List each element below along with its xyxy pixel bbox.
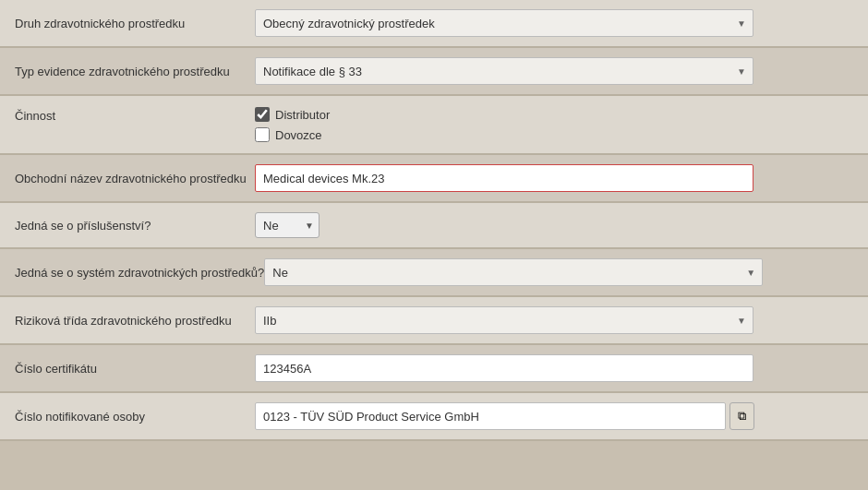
control-prislusenstvi: NeAno bbox=[255, 212, 853, 238]
form-row-system: Jedná se o systém zdravotnických prostře… bbox=[0, 249, 868, 297]
input-btn-wrapper-notifikovane: ⧉ bbox=[255, 402, 754, 430]
form-row-typ: Typ evidence zdravotnického prostředkuNo… bbox=[0, 48, 868, 96]
control-druh: Obecný zdravotnický prostředek bbox=[255, 9, 853, 37]
form-row-druh: Druh zdravotnického prostředkuObecný zdr… bbox=[0, 0, 868, 48]
select-wrapper-druh: Obecný zdravotnický prostředek bbox=[255, 9, 753, 37]
control-notifikovane: ⧉ bbox=[255, 402, 853, 430]
checkbox-distributor[interactable] bbox=[255, 107, 270, 122]
form-container: Druh zdravotnického prostředkuObecný zdr… bbox=[0, 0, 868, 441]
select-wrapper-system: NeAno bbox=[264, 258, 763, 286]
label-cinnost: Činnost bbox=[15, 107, 255, 123]
form-row-cinnost: ČinnostDistributorDovozce bbox=[0, 96, 868, 155]
control-certifikat bbox=[255, 354, 853, 382]
label-notifikovane: Číslo notifikované osoby bbox=[15, 410, 255, 424]
label-obchodni: Obchodní název zdravotnického prostředku bbox=[15, 172, 255, 185]
checkbox-label-distributor[interactable]: Distributor bbox=[255, 107, 330, 122]
form-row-notifikovane: Číslo notifikované osoby⧉ bbox=[0, 393, 868, 441]
label-certifikat: Číslo certifikátu bbox=[15, 362, 255, 376]
input-obchodni[interactable] bbox=[255, 164, 753, 192]
control-rizikova: IIbIIIaIII bbox=[255, 306, 853, 334]
form-row-certifikat: Číslo certifikátu bbox=[0, 345, 868, 393]
checkbox-text-dovozce: Dovozce bbox=[275, 128, 322, 142]
input-notifikovane[interactable] bbox=[255, 402, 726, 430]
input-certifikat[interactable] bbox=[255, 354, 753, 382]
checkbox-dovozce[interactable] bbox=[255, 127, 270, 142]
label-druh: Druh zdravotnického prostředku bbox=[15, 17, 255, 30]
control-system: NeAno bbox=[264, 258, 853, 286]
checkbox-group-cinnost: DistributorDovozce bbox=[255, 107, 330, 142]
form-row-prislusenstvi: Jedná se o příslušenství?NeAno bbox=[0, 203, 868, 249]
label-typ: Typ evidence zdravotnického prostředku bbox=[15, 65, 255, 78]
inline-select-wrapper-prislusenstvi: NeAno bbox=[255, 212, 319, 238]
label-rizikova: Riziková třída zdravotnického prostředku bbox=[15, 314, 255, 328]
select-system[interactable]: NeAno bbox=[264, 258, 763, 286]
select-prislusenstvi[interactable]: NeAno bbox=[255, 212, 319, 238]
control-cinnost: DistributorDovozce bbox=[255, 107, 853, 142]
select-wrapper-rizikova: IIbIIIaIII bbox=[255, 306, 753, 334]
select-druh[interactable]: Obecný zdravotnický prostředek bbox=[255, 9, 753, 37]
form-row-obchodni: Obchodní název zdravotnického prostředku bbox=[0, 155, 868, 203]
control-typ: Notifikace dle § 33 bbox=[255, 57, 853, 85]
select-rizikova[interactable]: IIbIIIaIII bbox=[255, 306, 753, 334]
label-prislusenstvi: Jedná se o příslušenství? bbox=[15, 219, 255, 233]
select-wrapper-typ: Notifikace dle § 33 bbox=[255, 57, 753, 85]
checkbox-text-distributor: Distributor bbox=[275, 108, 330, 122]
select-typ[interactable]: Notifikace dle § 33 bbox=[255, 57, 753, 85]
label-system: Jedná se o systém zdravotnických prostře… bbox=[15, 266, 264, 280]
control-obchodni bbox=[255, 164, 853, 192]
checkbox-label-dovozce[interactable]: Dovozce bbox=[255, 127, 330, 142]
btn-notifikovane[interactable]: ⧉ bbox=[729, 402, 754, 430]
form-row-rizikova: Riziková třída zdravotnického prostředku… bbox=[0, 297, 868, 345]
